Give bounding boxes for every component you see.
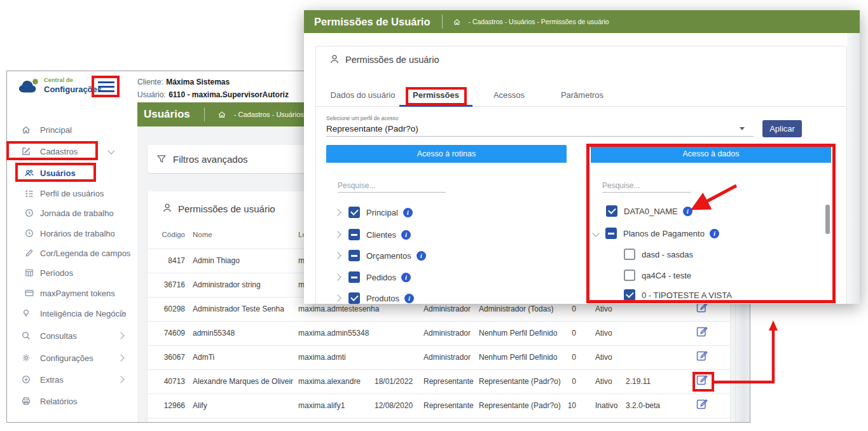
user-label: Usuário: [137,90,166,99]
tree-item: Principal [335,205,413,220]
search-icon [21,331,31,341]
routines-search-input[interactable] [338,179,446,193]
checkbox[interactable] [606,205,617,217]
chevron-right-icon [117,376,124,383]
chevron-right-icon[interactable] [334,273,341,280]
info-icon[interactable] [403,208,413,217]
tree-item-label: 0 - TIPOTESTE A VISTA [642,291,732,300]
table-grid-icon [24,268,34,278]
chevron-right-icon[interactable] [334,231,341,238]
active-tab-underline [399,105,472,107]
home-icon [21,125,31,135]
chevron-right-icon[interactable] [334,252,341,259]
hamburger-icon [98,81,114,83]
annotation-arrow-edit-to-panel [703,317,782,387]
home-icon[interactable] [453,18,461,26]
edit-square-icon [21,146,31,156]
modal-breadcrumb: - Cadastros - Usuários - Permissões de u… [469,18,609,25]
tree-item-label: Principal [366,208,398,217]
sidebar-item-perfil-de-usuarios[interactable]: Perfil de usuários [24,184,132,202]
sidebar-item-maxpayment-tokens[interactable]: maxPayment tokens [24,284,132,302]
panel-scrollbar-thumb[interactable] [825,205,830,234]
data-search-input[interactable] [602,179,691,193]
checkbox[interactable] [348,207,360,218]
divider [204,107,205,121]
logo-line2: Configurações [44,85,102,94]
checkbox[interactable] [624,249,635,260]
checkbox[interactable] [348,271,360,283]
cell-status: Ativo [595,304,612,313]
users-icon [24,168,34,178]
tab-dados-do-usuario[interactable]: Dados do usuário [326,83,399,107]
tree-item: 0 - TIPOTESTE A VISTA [624,287,737,303]
sidebar-item-cadastros[interactable]: Cadastros [21,142,132,160]
sidebar-item-relatorios[interactable]: Relatórios [21,392,132,410]
cell-tipo: Representante [424,401,474,410]
tree-item: Planos de Pagamento [593,226,719,241]
modal-section-title: Permissões de usuário [345,55,439,65]
info-icon[interactable] [404,294,414,303]
card-title: Permissões de usuário [178,203,275,214]
data-panel-header: Acesso à dados [591,145,831,163]
checklist-icon [24,188,34,198]
chevron-right-icon[interactable] [334,294,341,301]
info-icon[interactable] [401,230,411,240]
apply-button[interactable]: Aplicar [762,120,802,137]
cell-tipo: Representante [424,377,474,386]
tab-parametros[interactable]: Parâmetros [546,83,619,107]
sidebar-item-consultas[interactable]: Consultas [21,327,132,345]
tree-item: Clientes [335,227,411,242]
cell-tipo: Administrador [424,329,471,338]
sidebar-item-label: maxPayment tokens [40,289,115,298]
profile-select[interactable]: Representante (Padr?o) [326,123,754,137]
sidebar-item-periodos[interactable]: Períodos [24,264,132,282]
sidebar-item-usuarios[interactable]: Usuários [24,164,132,182]
pen-icon [24,248,34,258]
sidebar: Principal Cadastros Usuários Perfil de u… [7,102,137,422]
tree-item-label: dasd - sasdas [642,250,693,259]
chevron-right-icon[interactable] [334,209,341,216]
edit-icon[interactable] [696,397,708,410]
cell-status: Ativo [595,329,612,338]
sidebar-item-cor-legenda[interactable]: Cor/Legenda de campos [24,244,132,262]
sidebar-item-horarios-de-trabalho[interactable]: Horários de trabalho [24,224,132,242]
sidebar-item-jornada-de-trabalho[interactable]: Jornada de trabalho [24,204,132,222]
info-icon[interactable] [401,273,411,282]
sidebar-item-configuracoes[interactable]: Configurações [21,349,132,367]
checkbox[interactable] [624,289,635,301]
checkbox[interactable] [348,250,360,261]
sidebar-item-label: Períodos [40,268,73,278]
checkbox[interactable] [348,229,360,240]
sidebar-item-inteligencia-de-negocio[interactable]: Inteligência de Negócio [21,304,132,322]
client-label: Cliente: [137,78,163,86]
modal-card: Permissões de usuário Dados do usuário P… [315,46,847,304]
cell-nome: Administrador string [193,280,261,289]
cell-codigo: 12966 [160,401,185,410]
cell-nome: Alexandre Marques de Oliveira [193,377,293,386]
routines-panel-header: Acesso à rotinas [326,145,567,163]
sidebar-item-principal[interactable]: Principal [21,121,132,139]
hamburger-icon [98,86,114,88]
tab-acessos[interactable]: Acessos [472,83,546,107]
home-icon[interactable] [217,110,226,119]
chevron-down-icon[interactable] [592,229,599,236]
cell-login: maxima.admin55348 [298,329,369,338]
tab-permissoes[interactable]: Permissões [399,83,472,107]
tree-item-label: Clientes [366,230,396,240]
checkbox[interactable] [348,292,360,304]
tree-item-label: Planos de Pagamento [623,229,705,238]
info-icon[interactable] [710,229,719,238]
sidebar-item-label: Horários de trabalho [40,229,115,238]
cell-perfil: Representante (Padr?o) [479,377,561,386]
sidebar-toggle-button[interactable] [95,78,118,97]
checkbox[interactable] [624,270,635,281]
tree-item: dasd - sasdas [624,247,698,262]
cell-tipo: Administrador [424,353,471,362]
tree-item-label: DATA0_NAME [624,207,678,216]
tree-item: Orçamentos [335,248,426,263]
checkbox[interactable] [605,228,617,239]
modal-scrollbar[interactable] [847,33,860,304]
info-icon[interactable] [417,251,426,261]
plus-circle-icon [21,374,31,385]
sidebar-item-extras[interactable]: Extras [21,371,132,388]
